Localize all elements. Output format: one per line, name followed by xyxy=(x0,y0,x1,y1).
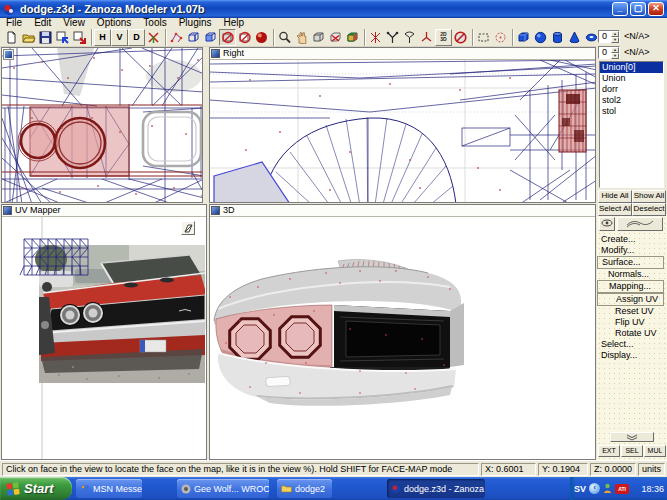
hide-icons-chevron[interactable]: ‹ xyxy=(589,483,600,494)
save-file-icon[interactable] xyxy=(37,29,54,46)
primitive-sphere-icon[interactable] xyxy=(532,29,549,46)
material-sphere-icon[interactable] xyxy=(253,29,270,46)
command-reset-uv[interactable]: Reset UV xyxy=(597,306,667,317)
command-select[interactable]: Select... xyxy=(597,339,667,350)
command-display[interactable]: Display... xyxy=(597,350,667,361)
object-list-item[interactable]: Union xyxy=(600,73,663,84)
local-axes-icon[interactable] xyxy=(418,29,435,46)
command-rotate-uv[interactable]: Rotate UV xyxy=(597,328,667,339)
spinner-2-input[interactable]: 0 ▲▼ xyxy=(598,46,620,59)
viewport-uv-mapper[interactable]: UV Mapper xyxy=(1,204,207,460)
surface-tool-button[interactable] xyxy=(617,217,663,231)
hide-selected-icon[interactable] xyxy=(219,29,236,46)
messenger-status-icon[interactable] xyxy=(603,483,612,494)
viewport-right-header[interactable]: Right xyxy=(210,48,595,60)
toggle-d-button[interactable]: D xyxy=(128,29,145,46)
open-file-icon[interactable] xyxy=(20,29,37,46)
viewport-uv-header[interactable]: UV Mapper xyxy=(2,205,206,217)
primitive-cone-icon[interactable] xyxy=(566,29,583,46)
menu-view[interactable]: View xyxy=(57,18,91,28)
command-surface[interactable]: Surface... xyxy=(597,256,664,269)
menu-tools[interactable]: Tools xyxy=(137,18,172,28)
spinner-1-input[interactable]: 0 ▲▼ xyxy=(598,30,620,43)
viewport-icon[interactable] xyxy=(3,49,14,60)
taskbar-item-wolf[interactable]: Gee Wolf... WROOM!... xyxy=(177,479,269,498)
rect-select-icon[interactable] xyxy=(475,29,492,46)
start-button[interactable]: Start xyxy=(0,477,72,500)
menu-file[interactable]: File xyxy=(0,18,28,28)
object-list[interactable]: Union[0] Union dorr stol2 stol xyxy=(599,61,664,188)
object-list-item[interactable]: stol2 xyxy=(600,95,663,106)
show-all-button[interactable]: Show All xyxy=(632,190,666,203)
maximize-button[interactable]: ▢ xyxy=(630,2,646,16)
show-axes-icon[interactable] xyxy=(145,29,162,46)
select-all-button[interactable]: Select All xyxy=(598,203,632,216)
double-chevron-icon xyxy=(625,434,639,441)
menu-options[interactable]: Options xyxy=(91,18,137,28)
rotate-axes-icon[interactable] xyxy=(401,29,418,46)
command-normals[interactable]: Normals... xyxy=(597,269,667,280)
object-list-item[interactable]: stol xyxy=(600,106,663,117)
viewport-top-left[interactable] xyxy=(1,47,203,203)
export-file-icon[interactable] xyxy=(71,29,88,46)
disable-tool-icon[interactable] xyxy=(452,29,469,46)
minimize-button[interactable]: _ xyxy=(612,2,628,16)
command-flip-uv[interactable]: Flip UV xyxy=(597,317,667,328)
move-axes-icon[interactable] xyxy=(367,29,384,46)
taskbar-item-dodge2[interactable]: dodge2 xyxy=(277,479,332,498)
viewport-3d-header[interactable]: 3D xyxy=(210,205,595,217)
command-mapping[interactable]: Mapping... xyxy=(597,280,664,293)
import-file-icon[interactable] xyxy=(54,29,71,46)
sel-mode-button[interactable]: SEL xyxy=(621,445,643,457)
spinner-2-arrows[interactable]: ▲▼ xyxy=(611,47,619,58)
viewport-right[interactable]: Right xyxy=(209,47,596,203)
command-assign-uv[interactable]: Assign UV xyxy=(597,293,664,306)
primitive-cylinder-icon[interactable] xyxy=(549,29,566,46)
uv-mapper-canvas xyxy=(2,217,207,460)
hide-all-button[interactable]: Hide All xyxy=(598,190,632,203)
uv-edit-tool-button[interactable] xyxy=(181,221,195,235)
circle-select-icon[interactable] xyxy=(492,29,509,46)
taskbar-clock[interactable]: 18:36 xyxy=(641,484,664,494)
delete-box-icon[interactable] xyxy=(327,29,344,46)
pan-tool-icon[interactable] xyxy=(293,29,310,46)
toggle-h-button[interactable]: H xyxy=(94,29,111,46)
viewport-3d[interactable]: 3D xyxy=(209,204,596,460)
task-label: dodge.z3d - Zanoza ... xyxy=(404,484,485,494)
ext-mode-button[interactable]: EXT xyxy=(598,445,620,457)
spinner-1-arrows[interactable]: ▲▼ xyxy=(611,31,619,42)
taskbar-item-zmodeler[interactable]: dodge.z3d - Zanoza ... xyxy=(387,479,485,498)
toggle-v-button[interactable]: V xyxy=(111,29,128,46)
taskbar-item-msn[interactable]: MSN Messenger xyxy=(76,479,142,498)
object-list-item[interactable]: Union[0] xyxy=(600,62,663,73)
close-button[interactable]: ✕ xyxy=(648,2,664,16)
command-create[interactable]: Create... xyxy=(597,234,667,245)
ati-tray-icon[interactable]: ATI xyxy=(615,484,629,494)
zoom-tool-icon[interactable] xyxy=(276,29,293,46)
menu-plugins[interactable]: Plugins xyxy=(173,18,218,28)
hide-unselected-icon[interactable] xyxy=(236,29,253,46)
uv-parallelogram-icon xyxy=(183,223,194,234)
viewport-uv-title: UV Mapper xyxy=(15,206,61,215)
create-polyline-icon[interactable] xyxy=(168,29,185,46)
new-file-icon[interactable] xyxy=(3,29,20,46)
deselect-button[interactable]: Deselect xyxy=(632,203,666,216)
spinner-row-1: 0 ▲▼ <N/A> xyxy=(598,29,666,43)
scale-axes-icon[interactable] xyxy=(384,29,401,46)
solid-box-icon[interactable] xyxy=(310,29,327,46)
title-bar[interactable]: dodge.z3d - Zanoza Modeler v1.07b _ ▢ ✕ xyxy=(0,0,667,18)
spinner-2-label: <N/A> xyxy=(624,47,650,57)
menu-help[interactable]: Help xyxy=(218,18,251,28)
eye-tool-button[interactable] xyxy=(599,217,615,231)
textured-box-icon[interactable] xyxy=(344,29,361,46)
mode-2d3d-button[interactable]: 2D3D xyxy=(435,29,452,46)
collapse-panel-button[interactable] xyxy=(610,432,654,442)
primitive-cube-icon[interactable] xyxy=(515,29,532,46)
object-list-item[interactable]: dorr xyxy=(600,84,663,95)
mul-mode-button[interactable]: MUL xyxy=(644,445,666,457)
command-modify[interactable]: Modify... xyxy=(597,245,667,256)
language-indicator[interactable]: SV xyxy=(574,484,586,494)
wire-box-icon[interactable] xyxy=(185,29,202,46)
wire-box-select-icon[interactable] xyxy=(202,29,219,46)
menu-edit[interactable]: Edit xyxy=(28,18,57,28)
